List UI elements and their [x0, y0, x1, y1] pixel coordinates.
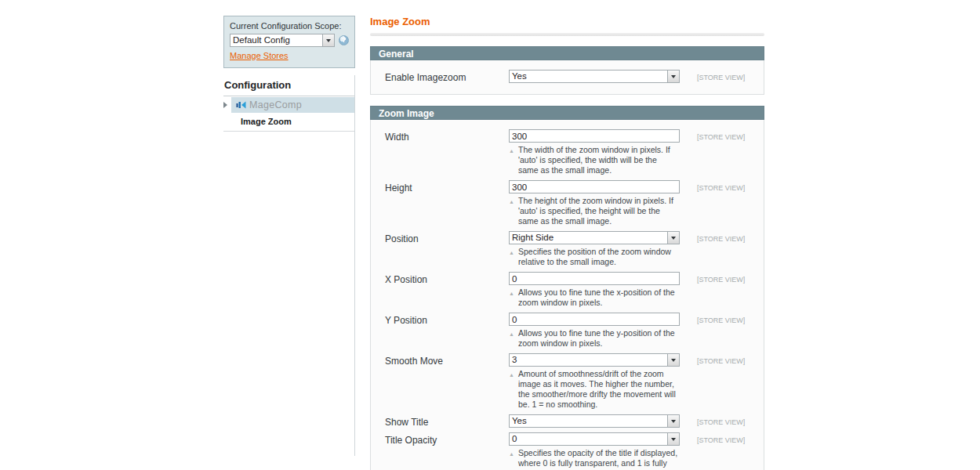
field-row-height: Height ▲The height of the zoom window in…: [385, 180, 756, 226]
section-general-header[interactable]: General: [370, 46, 764, 60]
dropdown-arrow-icon[interactable]: [667, 433, 679, 445]
field-row-show-title: Show Title Yes [STORE VIEW]: [385, 414, 756, 428]
page-title: Image Zoom: [370, 16, 764, 27]
sidebar-item-magecomp[interactable]: MageComp: [223, 97, 354, 113]
help-icon[interactable]: ?: [339, 35, 349, 45]
section-zoom-image: Zoom Image Width ▲The width of the zoom …: [370, 106, 764, 470]
field-note: ▲Allows you to fine tune the y-position …: [509, 328, 678, 349]
field-note: ▲Amount of smoothness/drift of the zoom …: [509, 369, 678, 410]
field-note: ▲The height of the zoom window in pixels…: [509, 196, 678, 226]
field-select-value: Right Side: [512, 233, 554, 242]
scope-select-value: Default Config: [233, 35, 290, 45]
scope-label: [STORE VIEW]: [697, 129, 745, 175]
field-label: Height: [385, 180, 509, 226]
field-note: ▲The width of the zoom window in pixels.…: [509, 145, 678, 175]
scope-label: [STORE VIEW]: [697, 231, 745, 267]
note-marker-icon: ▲: [509, 146, 514, 156]
note-marker-icon: ▲: [509, 288, 514, 298]
position-select[interactable]: Right Side: [509, 231, 680, 244]
scope-label: [STORE VIEW]: [697, 414, 745, 428]
sidebar: Current Configuration Scope: Default Con…: [223, 16, 355, 456]
field-select-value: 3: [512, 355, 517, 364]
field-select-value: 0: [512, 434, 517, 443]
field-select-value: Yes: [512, 71, 527, 81]
field-label: Width: [385, 129, 509, 175]
field-note: ▲Allows you to fine tune the x-position …: [509, 287, 678, 308]
field-row-title-opacity: Title Opacity 0 ▲Specifies the opacity o…: [385, 432, 756, 470]
scope-label: [STORE VIEW]: [697, 313, 745, 349]
scope-label: [STORE VIEW]: [697, 180, 745, 226]
manage-stores-link[interactable]: Manage Stores: [230, 51, 289, 60]
field-note: ▲Specifies the opacity of the title if d…: [509, 448, 678, 470]
section-general: General Enable Imagezoom Yes [STORE VIEW…: [370, 46, 764, 95]
y-position-input[interactable]: [509, 313, 680, 326]
field-label: X Position: [385, 272, 509, 308]
dropdown-arrow-icon[interactable]: [667, 70, 679, 82]
configuration-nav-panel: Configuration MageComp Image Zoom: [223, 75, 355, 456]
field-label: Title Opacity: [385, 432, 509, 470]
note-marker-icon: ▲: [509, 449, 514, 459]
field-row-smooth-move: Smooth Move 3 ▲Amount of smoothness/drif…: [385, 353, 756, 410]
section-zoom-image-header[interactable]: Zoom Image: [370, 106, 764, 120]
sidebar-item-magecomp-label: MageComp: [249, 99, 302, 110]
note-marker-icon: ▲: [509, 248, 514, 258]
field-row-width: Width ▲The width of the zoom window in p…: [385, 129, 756, 175]
chevron-right-icon[interactable]: [223, 102, 231, 108]
x-position-input[interactable]: [509, 272, 680, 285]
scope-label: [STORE VIEW]: [697, 272, 745, 308]
magecomp-logo-icon: [236, 100, 246, 110]
field-label: Enable Imagezoom: [385, 70, 509, 83]
width-input[interactable]: [509, 129, 680, 143]
dropdown-arrow-icon[interactable]: [667, 232, 679, 244]
scope-select[interactable]: Default Config: [230, 34, 335, 47]
dropdown-arrow-icon[interactable]: [667, 415, 679, 427]
title-divider: [370, 33, 764, 36]
field-select-value: Yes: [512, 416, 527, 425]
scope-label: [STORE VIEW]: [697, 353, 745, 410]
dropdown-arrow-icon[interactable]: [667, 354, 679, 366]
field-row-position: Position Right Side ▲Specifies the posit…: [385, 231, 756, 267]
note-marker-icon: ▲: [509, 329, 514, 339]
field-label: Smooth Move: [385, 353, 509, 410]
dropdown-arrow-icon[interactable]: [322, 34, 334, 46]
note-marker-icon: ▲: [509, 370, 514, 380]
configuration-heading: Configuration: [223, 75, 354, 96]
field-row-enable-imagezoom: Enable Imagezoom Yes [STORE VIEW]: [385, 70, 756, 83]
height-input[interactable]: [509, 180, 680, 193]
enable-imagezoom-select[interactable]: Yes: [509, 70, 680, 83]
sidebar-item-image-zoom[interactable]: Image Zoom: [223, 113, 354, 132]
show-title-select[interactable]: Yes: [509, 414, 680, 428]
field-row-x-position: X Position ▲Allows you to fine tune the …: [385, 272, 756, 308]
config-content: Image Zoom General Enable Imagezoom Yes …: [370, 16, 764, 470]
field-note: ▲Specifies the position of the zoom wind…: [509, 247, 678, 267]
field-label: Show Title: [385, 414, 509, 428]
note-marker-icon: ▲: [509, 197, 514, 207]
title-opacity-select[interactable]: 0: [509, 432, 680, 446]
smooth-move-select[interactable]: 3: [509, 353, 680, 367]
scope-label: [STORE VIEW]: [697, 432, 745, 470]
scope-label-text: Current Configuration Scope:: [230, 21, 349, 31]
scope-label: [STORE VIEW]: [697, 70, 745, 83]
field-label: Y Position: [385, 313, 509, 349]
configuration-scope-box: Current Configuration Scope: Default Con…: [223, 16, 355, 68]
field-label: Position: [385, 231, 509, 267]
field-row-y-position: Y Position ▲Allows you to fine tune the …: [385, 313, 756, 349]
